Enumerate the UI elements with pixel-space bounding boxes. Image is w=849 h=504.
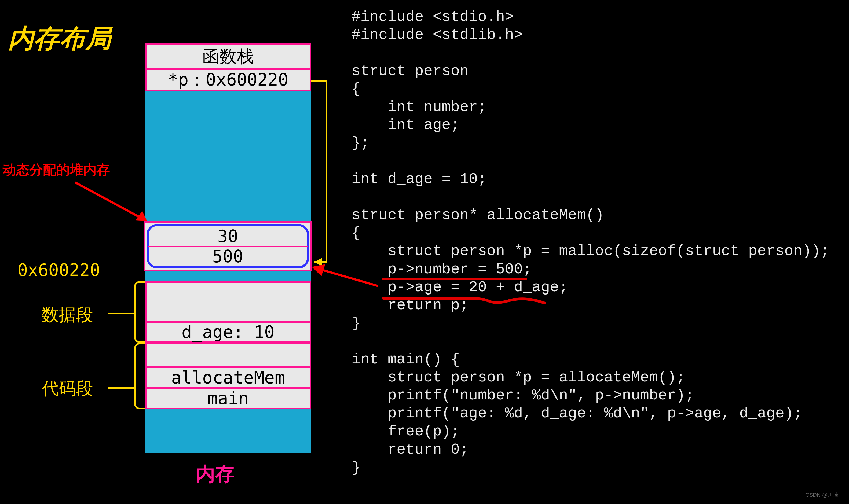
code-segment-spacer — [145, 343, 311, 366]
memory-diagram-panel: 内存布局 动态分配的堆内存 0x600220 数据段 代码段 内存 函数栈 *p… — [0, 0, 343, 504]
address-label: 0x600220 — [17, 260, 100, 280]
ptr-line-bottom — [314, 261, 328, 263]
code-main-cell: main — [145, 388, 311, 409]
code-allocatemem-cell: allocateMem — [145, 366, 311, 388]
svg-line-1 — [75, 182, 145, 220]
code-label-connector — [108, 387, 134, 389]
stack-pointer-text: *p：0x600220 — [168, 68, 288, 91]
d-age-text: d_age: 10 — [182, 322, 275, 342]
code-segment-brace — [134, 343, 145, 409]
alloc-text: allocateMem — [171, 368, 285, 388]
code-segment-label: 代码段 — [41, 377, 93, 400]
ptr-line-vert — [326, 80, 328, 263]
stack-title-text: 函数栈 — [202, 45, 254, 68]
code-panel: #include <stdio.h> #include <stdlib.h> s… — [343, 0, 849, 504]
data-segment-spacer — [145, 281, 311, 321]
heap-divider — [148, 246, 307, 247]
heap-age-value: 30 — [149, 226, 307, 246]
stack-pointer-cell: *p：0x600220 — [145, 70, 311, 91]
source-code: #include <stdio.h> #include <stdlib.h> s… — [352, 8, 846, 476]
data-segment-label: 数据段 — [41, 303, 93, 326]
stack-title-cell: 函数栈 — [145, 43, 311, 70]
ptr-line-top — [311, 80, 328, 82]
main-container: 内存布局 动态分配的堆内存 0x600220 数据段 代码段 内存 函数栈 *p… — [0, 0, 849, 504]
memory-label: 内存 — [196, 461, 234, 487]
data-label-connector — [108, 313, 134, 314]
watermark: CSDN @川崎 — [805, 491, 838, 499]
data-segment-brace — [134, 281, 145, 343]
heap-struct-box: 30 500 — [144, 221, 312, 271]
main-text: main — [208, 389, 249, 408]
heap-number-value: 500 — [149, 246, 307, 266]
data-d-age-cell: d_age: 10 — [145, 321, 311, 343]
heap-allocation-label: 动态分配的堆内存 — [3, 161, 110, 179]
title: 内存布局 — [8, 21, 111, 56]
